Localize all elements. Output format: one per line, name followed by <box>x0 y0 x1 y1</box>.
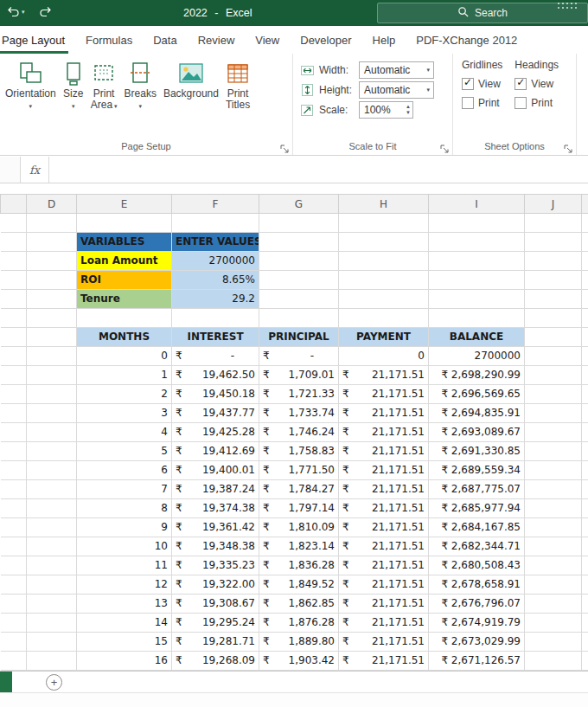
variable-value-cell[interactable]: 8.65% <box>172 271 259 290</box>
column-header-h[interactable]: H <box>339 195 429 214</box>
scale-spinner[interactable]: 100%▲▼ <box>359 101 413 119</box>
cell[interactable] <box>1 537 27 556</box>
cell[interactable] <box>339 271 429 290</box>
month-cell[interactable]: 9 <box>77 518 172 537</box>
cell[interactable] <box>1 442 27 461</box>
variable-value-cell[interactable]: 29.2 <box>172 290 259 309</box>
cell[interactable] <box>429 309 525 328</box>
balance-cell[interactable]: ₹ 2,676,796.07 <box>429 595 525 614</box>
variable-name-cell[interactable]: Loan Amount <box>77 252 172 271</box>
cell[interactable] <box>27 499 77 518</box>
interest-cell[interactable]: ₹19,268.09 <box>172 652 259 671</box>
cell[interactable] <box>27 480 77 499</box>
balance-cell[interactable]: ₹ 2,682,344.71 <box>429 537 525 556</box>
cell[interactable] <box>1 633 27 652</box>
search-box[interactable]: Search <box>377 3 588 23</box>
interest-cell[interactable]: ₹19,374.38 <box>172 499 259 518</box>
payment-cell[interactable]: ₹21,171.51 <box>339 633 429 652</box>
redo-icon[interactable] <box>39 6 52 17</box>
principal-cell[interactable]: ₹1,746.24 <box>259 423 339 442</box>
cell[interactable] <box>525 214 582 233</box>
principal-cell[interactable]: ₹1,810.09 <box>259 518 339 537</box>
cell[interactable] <box>525 328 582 347</box>
cell[interactable] <box>429 252 525 271</box>
cell[interactable] <box>27 366 77 385</box>
balance-cell[interactable]: ₹ 2,687,775.07 <box>429 480 525 499</box>
principal-cell[interactable]: ₹1,903.42 <box>259 652 339 671</box>
cell[interactable] <box>582 633 588 652</box>
cell[interactable] <box>429 233 525 252</box>
month-cell[interactable]: 15 <box>77 633 172 652</box>
cell[interactable] <box>525 423 582 442</box>
cell[interactable] <box>1 214 27 233</box>
cell[interactable] <box>339 214 429 233</box>
cell[interactable] <box>27 537 77 556</box>
cell[interactable] <box>525 480 582 499</box>
table-header-cell[interactable]: INTEREST <box>172 328 259 347</box>
interest-cell[interactable]: ₹19,450.18 <box>172 385 259 404</box>
cell[interactable] <box>1 309 27 328</box>
balance-cell[interactable]: ₹ 2,671,126.57 <box>429 652 525 671</box>
undo-icon[interactable]: ▾ <box>7 6 25 17</box>
cell[interactable] <box>27 575 77 595</box>
payment-cell[interactable]: ₹21,171.51 <box>339 461 429 480</box>
cell[interactable] <box>582 442 588 461</box>
month-cell[interactable]: 16 <box>77 652 172 671</box>
checkbox-checked-icon[interactable] <box>462 78 474 90</box>
cell[interactable] <box>582 347 588 366</box>
month-cell[interactable]: 7 <box>77 480 172 499</box>
column-header-d[interactable]: D <box>27 195 77 214</box>
principal-cell[interactable]: ₹1,733.74 <box>259 404 339 423</box>
principal-cell[interactable]: ₹1,849.52 <box>259 575 339 595</box>
cell[interactable] <box>582 595 588 614</box>
cell[interactable] <box>582 271 588 290</box>
height-dropdown[interactable]: Automatic▾ <box>359 81 434 99</box>
interest-cell[interactable]: ₹19,361.42 <box>172 518 259 537</box>
checkbox-unchecked-icon[interactable] <box>462 97 474 109</box>
cell[interactable] <box>429 271 525 290</box>
tab-help[interactable]: Help <box>362 26 406 54</box>
cell[interactable] <box>525 652 582 671</box>
principal-cell[interactable]: ₹1,876.28 <box>259 614 339 633</box>
cell[interactable] <box>525 633 582 652</box>
principal-cell[interactable]: ₹1,709.01 <box>259 366 339 385</box>
column-header-e[interactable]: E <box>77 195 172 214</box>
payment-cell[interactable]: ₹21,171.51 <box>339 442 429 461</box>
principal-cell[interactable]: ₹1,862.85 <box>259 595 339 614</box>
balance-cell[interactable]: ₹ 2,698,290.99 <box>429 366 525 385</box>
cell[interactable] <box>172 309 259 328</box>
name-box[interactable] <box>0 157 21 183</box>
cell[interactable] <box>27 233 77 252</box>
month-cell[interactable]: 0 <box>77 347 172 366</box>
column-header-j[interactable]: J <box>525 195 582 214</box>
table-header-cell[interactable]: MONTHS <box>77 328 172 347</box>
column-header-f[interactable]: F <box>172 195 259 214</box>
cell[interactable] <box>1 652 27 671</box>
sheet-options-dialog-launcher-icon[interactable] <box>564 142 573 151</box>
cell[interactable] <box>1 233 27 252</box>
interest-cell[interactable]: ₹19,281.71 <box>172 633 259 652</box>
cell[interactable] <box>582 214 588 233</box>
balance-cell[interactable]: ₹ 2,696,569.65 <box>429 385 525 404</box>
payment-cell[interactable]: ₹21,171.51 <box>339 614 429 633</box>
column-header-i[interactable]: I <box>429 195 525 214</box>
interest-cell[interactable]: ₹19,322.00 <box>172 575 259 595</box>
cell[interactable] <box>525 366 582 385</box>
cell[interactable] <box>582 537 588 556</box>
cell[interactable] <box>582 366 588 385</box>
cell[interactable] <box>582 652 588 671</box>
width-dropdown[interactable]: Automatic▾ <box>359 61 434 79</box>
cell[interactable] <box>27 385 77 404</box>
payment-cell[interactable]: ₹21,171.51 <box>339 366 429 385</box>
interest-cell[interactable]: ₹19,387.24 <box>172 480 259 499</box>
payment-cell[interactable]: ₹21,171.51 <box>339 575 429 595</box>
principal-cell[interactable]: ₹1,771.50 <box>259 461 339 480</box>
enter-values-header-cell[interactable]: ENTER VALUES <box>172 233 259 252</box>
cell[interactable] <box>525 385 582 404</box>
cell[interactable] <box>27 290 77 309</box>
cell[interactable] <box>525 537 582 556</box>
month-cell[interactable]: 12 <box>77 575 172 595</box>
cell[interactable] <box>582 480 588 499</box>
cell[interactable] <box>1 290 27 309</box>
cell[interactable] <box>525 271 582 290</box>
